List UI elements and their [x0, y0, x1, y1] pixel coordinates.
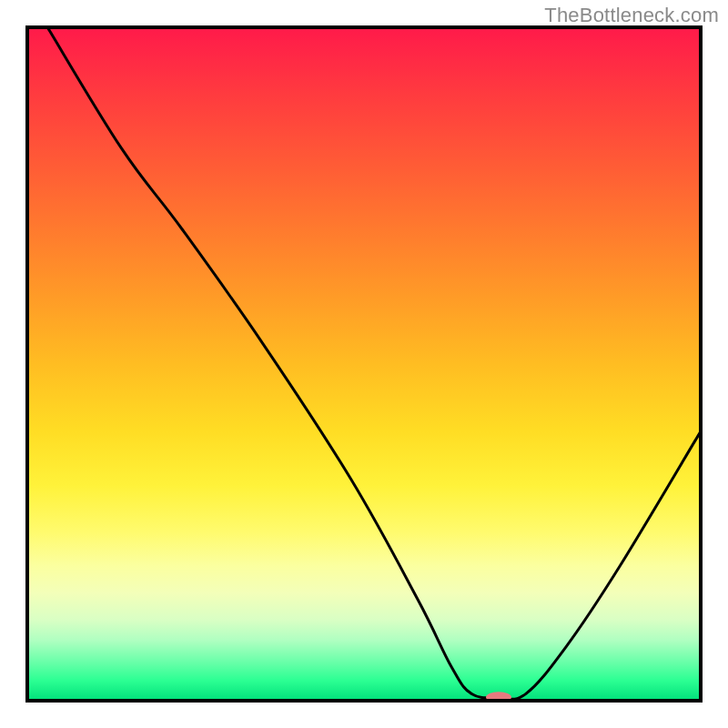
plot-area [27, 27, 701, 703]
watermark-text: TheBottleneck.com [544, 4, 719, 27]
chart-svg [0, 0, 728, 728]
chart-container: TheBottleneck.com [0, 0, 728, 728]
